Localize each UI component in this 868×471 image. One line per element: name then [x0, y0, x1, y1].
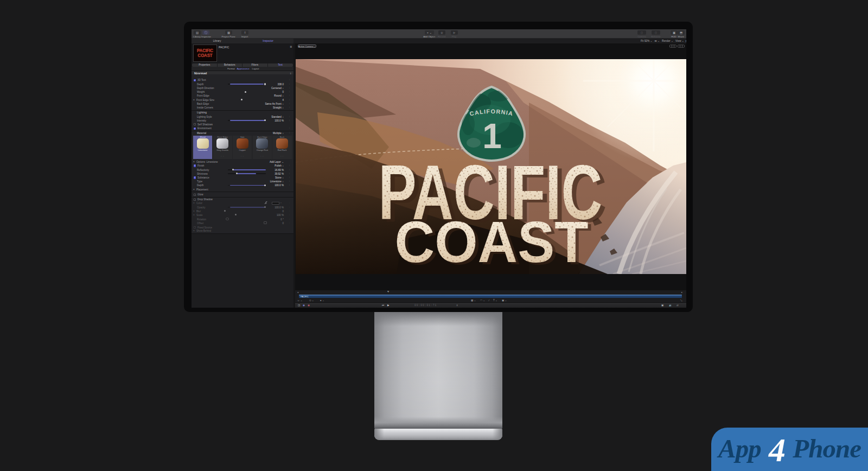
svg-text:COAST: COAST — [395, 209, 589, 274]
